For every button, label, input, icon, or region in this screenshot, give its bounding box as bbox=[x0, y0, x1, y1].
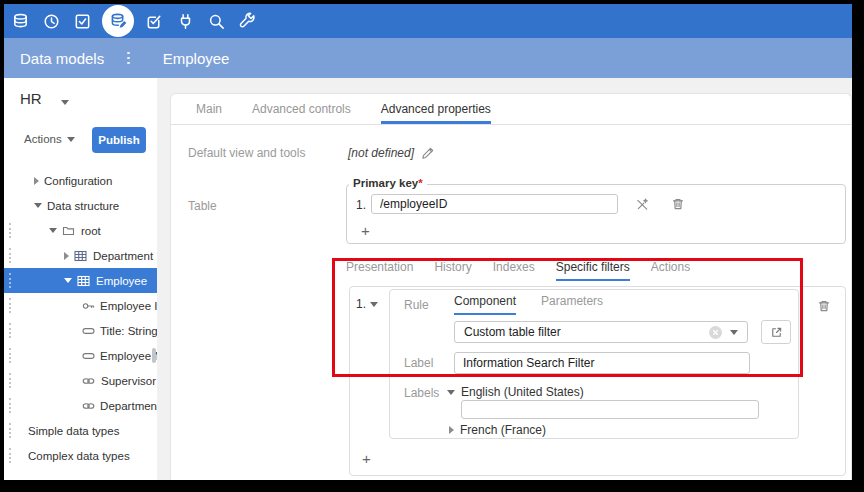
table-section-tabs: Presentation History Indexes Specific fi… bbox=[346, 260, 690, 281]
tab-specific-filters[interactable]: Specific filters bbox=[556, 260, 630, 281]
clear-selection-icon[interactable] bbox=[709, 326, 722, 339]
drag-grip-icon[interactable] bbox=[9, 398, 11, 413]
tab-indexes[interactable]: Indexes bbox=[493, 260, 535, 281]
tree-item-data-structure[interactable]: Data structure bbox=[4, 193, 157, 218]
page-header: Data models Employee bbox=[4, 38, 852, 78]
primary-key-legend: Primary key* bbox=[349, 177, 427, 189]
tree-item-label: Data structure bbox=[47, 200, 119, 212]
primary-key-legend-text: Primary key bbox=[353, 177, 418, 189]
section-title: Data models bbox=[20, 50, 104, 67]
tab-main[interactable]: Main bbox=[196, 94, 222, 124]
tree-item-employee-id[interactable]: Employee I bbox=[4, 293, 157, 318]
tree-item-label: Supervisor bbox=[101, 375, 156, 387]
primary-key-icon bbox=[82, 300, 95, 312]
drag-grip-icon[interactable] bbox=[9, 298, 11, 313]
chevron-right-icon[interactable] bbox=[64, 252, 69, 260]
tree-item-employee-name[interactable]: Employee N bbox=[4, 343, 157, 368]
workflow-tasks-icon[interactable] bbox=[71, 10, 93, 32]
search-icon[interactable] bbox=[205, 10, 227, 32]
tree-item-label: Employee I bbox=[100, 300, 157, 312]
tree-item-label: Complex data types bbox=[28, 450, 130, 462]
drag-grip-icon[interactable] bbox=[9, 348, 11, 363]
tree-item-supervisor[interactable]: Supervisor bbox=[4, 368, 157, 393]
administration-icon[interactable] bbox=[236, 10, 258, 32]
model-dropdown-icon[interactable] bbox=[61, 100, 69, 105]
tree-item-simple-data-types[interactable]: Simple data types bbox=[4, 418, 157, 443]
validation-icon[interactable] bbox=[143, 10, 165, 32]
tree-item-department[interactable]: Department bbox=[4, 243, 157, 268]
tree-item-label: Department bbox=[93, 250, 153, 262]
delete-rule-trash-icon[interactable] bbox=[815, 297, 833, 315]
trash-icon[interactable] bbox=[669, 195, 687, 213]
top-toolbar bbox=[4, 4, 852, 38]
rule-tabs: Component Parameters bbox=[454, 294, 603, 315]
locale-english-toggle[interactable]: English (United States) bbox=[447, 385, 584, 399]
tab-advanced-properties[interactable]: Advanced properties bbox=[381, 94, 491, 124]
kebab-menu-icon[interactable] bbox=[124, 49, 133, 68]
tree-item-complex-data-types[interactable]: Complex data types bbox=[4, 443, 157, 468]
drag-grip-icon[interactable] bbox=[9, 223, 11, 238]
tab-parameters[interactable]: Parameters bbox=[541, 294, 603, 315]
sidebar-scrollbar-thumb[interactable] bbox=[152, 348, 156, 363]
tree-item-root[interactable]: root bbox=[4, 218, 157, 243]
chevron-right-icon[interactable] bbox=[34, 177, 39, 185]
default-view-label: Default view and tools bbox=[188, 146, 305, 160]
drag-grip-icon[interactable] bbox=[9, 448, 11, 463]
drag-grip-icon[interactable] bbox=[9, 323, 11, 338]
add-primary-key-button[interactable]: + bbox=[361, 223, 370, 238]
screenshot-frame: Data models Employee HR Actions Publish … bbox=[0, 0, 864, 492]
tab-advanced-controls[interactable]: Advanced controls bbox=[252, 94, 351, 124]
drag-grip-icon[interactable] bbox=[9, 373, 11, 388]
tree-item-label: Employee N bbox=[100, 350, 157, 362]
sidebar: HR Actions Publish Configuration Data st… bbox=[4, 78, 157, 480]
locale-french-label: French (France) bbox=[460, 423, 546, 437]
wand-disabled-icon[interactable] bbox=[633, 195, 651, 213]
drag-grip-icon[interactable] bbox=[9, 248, 11, 263]
add-filter-button[interactable]: + bbox=[362, 451, 371, 466]
tree-item-label: root bbox=[81, 225, 101, 237]
data-services-icon[interactable] bbox=[9, 10, 31, 32]
main-panel: Main Advanced controls Advanced properti… bbox=[170, 93, 852, 480]
link-icon bbox=[82, 375, 96, 387]
filter-row-header[interactable]: 1. bbox=[356, 297, 378, 311]
select-caret-icon[interactable] bbox=[730, 330, 738, 335]
actions-dropdown[interactable]: Actions bbox=[24, 133, 75, 145]
tab-presentation[interactable]: Presentation bbox=[346, 260, 413, 281]
component-select[interactable]: Custom table filter bbox=[454, 321, 748, 343]
tab-component[interactable]: Component bbox=[454, 294, 516, 315]
tab-history[interactable]: History bbox=[434, 260, 471, 281]
integration-icon[interactable] bbox=[174, 10, 196, 32]
drag-grip-icon[interactable] bbox=[9, 273, 11, 288]
component-select-value: Custom table filter bbox=[464, 325, 561, 339]
chevron-down-icon[interactable] bbox=[34, 203, 42, 208]
locale-english-input[interactable] bbox=[461, 400, 759, 419]
open-component-external-button[interactable] bbox=[761, 320, 791, 344]
primary-key-fieldset bbox=[346, 184, 846, 244]
publish-button[interactable]: Publish bbox=[92, 127, 146, 153]
tree-item-configuration[interactable]: Configuration bbox=[4, 168, 157, 193]
data-models-icon[interactable] bbox=[102, 5, 134, 37]
table-label: Table bbox=[188, 199, 217, 213]
default-view-value: [not defined] bbox=[348, 146, 414, 160]
tree-item-label: Configuration bbox=[44, 175, 112, 187]
tree-item-department-ref[interactable]: Departmen bbox=[4, 393, 157, 418]
drag-grip-icon[interactable] bbox=[9, 423, 11, 438]
chevron-down-icon[interactable] bbox=[64, 278, 72, 283]
filter-row-index: 1. bbox=[356, 297, 366, 311]
history-icon[interactable] bbox=[40, 10, 62, 32]
collapse-rule-icon[interactable] bbox=[370, 302, 378, 307]
labels-field-label: Labels bbox=[404, 386, 439, 400]
required-asterisk: * bbox=[418, 177, 422, 189]
tree-item-employee[interactable]: Employee bbox=[4, 268, 157, 293]
edit-pencil-icon[interactable] bbox=[418, 144, 436, 162]
tab-actions[interactable]: Actions bbox=[651, 260, 690, 281]
model-name: HR bbox=[20, 90, 42, 107]
locale-french-toggle[interactable]: French (France) bbox=[449, 423, 546, 437]
tree-item-label: Title: String bbox=[100, 325, 157, 337]
table-icon bbox=[77, 275, 91, 287]
label-input[interactable] bbox=[454, 352, 750, 374]
folder-icon bbox=[62, 225, 76, 237]
primary-key-input[interactable] bbox=[371, 194, 618, 214]
chevron-down-icon[interactable] bbox=[49, 228, 57, 233]
tree-item-title[interactable]: Title: String bbox=[4, 318, 157, 343]
